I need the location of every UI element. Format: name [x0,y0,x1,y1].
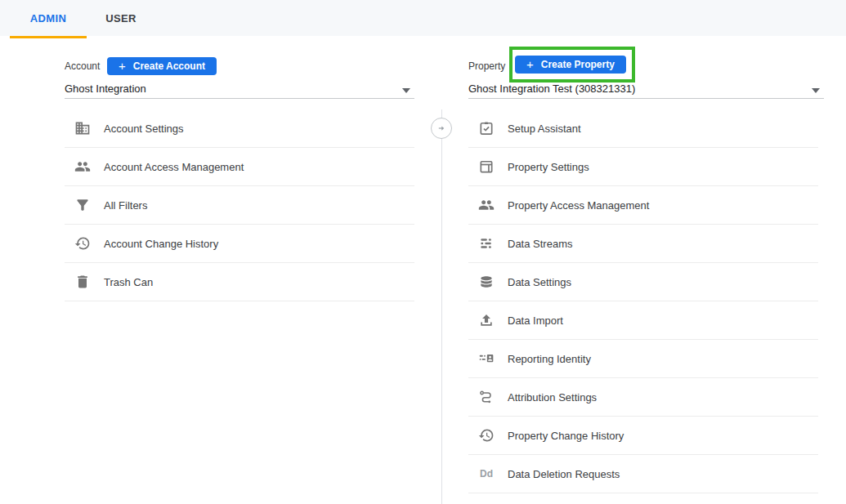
dd-text-icon: Dd [478,466,495,482]
account-menu-list: Account Settings Account Access Manageme… [65,109,414,301]
property-selector-underline [468,98,824,99]
menu-item-label: Account Access Management [104,161,244,173]
account-selector-underline [65,98,414,99]
property-menu-list: Setup Assistant Property Settings Proper… [468,109,818,493]
create-property-button-label: Create Property [541,59,615,70]
menu-item-label: Property Change History [508,430,624,442]
filter-icon [74,197,91,213]
menu-item-label: Account Change History [104,238,218,250]
menu-item-label: Data Streams [508,238,572,250]
menu-item-label: Setup Assistant [508,123,581,135]
menu-item-label: Attribution Settings [508,391,597,404]
people-icon [478,197,495,213]
history-icon [478,427,495,444]
menu-item[interactable]: Account Settings [65,109,414,148]
history-icon [74,235,91,252]
admin-user-tabbar: ADMIN USER [0,0,846,36]
menu-item[interactable]: Account Access Management [65,148,414,186]
menu-item[interactable]: All Filters [65,186,414,225]
create-account-button-label: Create Account [133,60,205,72]
menu-item-label: Property Settings [508,161,589,173]
menu-item[interactable]: Account Change History [65,225,414,263]
account-selector[interactable]: Ghost Integration [65,83,414,99]
plus-icon: + [119,60,126,72]
trash-icon [74,274,91,290]
create-account-button[interactable]: + Create Account [107,57,217,75]
property-settings-icon [478,158,495,175]
data-streams-icon [478,235,495,252]
plus-icon: + [526,58,534,70]
menu-item[interactable]: Property Change History [468,417,818,455]
menu-item-label: Trash Can [104,276,153,288]
menu-item[interactable]: Property Access Management [468,186,818,225]
menu-item-label: Data Deletion Requests [508,468,620,480]
column-divider [441,109,442,504]
menu-item-label: Data Import [508,314,563,327]
setup-assistant-icon [478,120,495,136]
menu-item-label: Property Access Management [508,199,649,212]
ga-admin-page: ADMIN USER Account + Create Account Ghos… [0,0,846,504]
menu-item[interactable]: Property Settings [468,148,818,186]
account-selector-value: Ghost Integration [65,83,146,95]
menu-item-label: Data Settings [508,276,571,288]
reporting-identity-icon [478,350,495,367]
arrow-right-circle-icon [436,123,447,134]
attribution-icon [478,389,495,405]
menu-item-label: All Filters [104,199,147,212]
account-label: Account [65,59,100,74]
property-selector-value: Ghost Integration Test (308321331) [468,83,635,95]
menu-item[interactable]: Setup Assistant [468,109,818,148]
menu-item[interactable]: Attribution Settings [468,378,818,417]
caret-down-icon [402,88,410,93]
menu-item-label: Account Settings [104,123,184,135]
menu-item[interactable]: Trash Can [65,263,414,301]
menu-item[interactable]: Dd Data Deletion Requests [468,455,818,493]
caret-down-icon [812,88,820,93]
database-icon [478,274,495,290]
menu-item-label: Reporting Identity [508,353,591,365]
property-selector[interactable]: Ghost Integration Test (308321331) [468,83,824,99]
active-tab-underline [10,36,87,38]
menu-item[interactable]: Data Streams [468,225,818,263]
upload-icon [478,312,495,328]
menu-item[interactable]: Reporting Identity [468,340,818,378]
tab-admin[interactable]: ADMIN [10,0,87,36]
tab-user[interactable]: USER [87,0,155,36]
property-label: Property [468,59,505,74]
people-icon [74,158,91,175]
menu-item[interactable]: Data Settings [468,263,818,301]
building-icon [74,120,91,136]
create-property-button[interactable]: + Create Property [515,56,626,74]
collapse-column-button[interactable] [431,118,452,139]
menu-item[interactable]: Data Import [468,301,818,340]
